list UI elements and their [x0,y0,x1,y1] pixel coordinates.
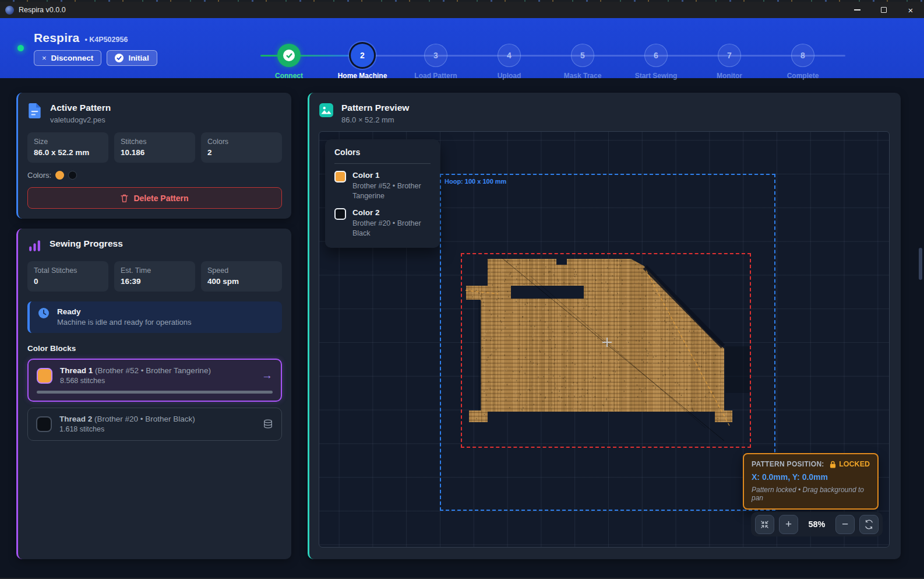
zoom-toolbar: + 58% − [751,512,883,536]
zoom-in-button[interactable]: + [779,515,798,534]
step-load-pattern[interactable]: 3 Load Pattern [399,44,472,80]
legend-swatch-1 [334,171,346,183]
app-header: Respira • K4P502956 × Disconnect Initial [0,18,924,78]
legend-divider [334,163,431,164]
step-home-machine[interactable]: 2 Home Machine [326,44,399,80]
workflow-stepper: Connect 2 Home Machine 3 Load Pattern 4 … [252,44,841,80]
hoop-size-label: Hoop: 100 x 100 mm [445,178,506,185]
active-pattern-title: Active Pattern [50,103,111,113]
compress-icon [760,520,770,529]
disconnect-x-icon: × [42,54,47,62]
thread-1-progress-bar [37,391,273,394]
pan-hint: Pattern locked • Drag background to pan [752,486,870,502]
legend-title: Colors [334,148,431,157]
maximize-icon [881,7,887,13]
colors-legend: Colors Color 1 Brother #52 • Brother Tan… [325,139,440,248]
app-name: Respira [34,31,79,45]
lock-icon [830,461,836,468]
close-button[interactable]: × [897,2,924,18]
status-title: Ready [57,307,192,316]
legend-item-color-2: Color 2 Brother #20 • Brother Black [334,208,431,238]
preview-canvas-area[interactable]: Colors Color 1 Brother #52 • Brother Tan… [319,131,890,548]
trash-icon [121,194,128,202]
window-scrollbar-thumb[interactable] [919,248,922,280]
pattern-preview-card: Pattern Preview 86.0 × 52.2 mm Colors Co… [308,93,901,559]
maximize-button[interactable] [870,2,897,18]
thread-1-swatch [37,368,52,384]
stat-total-stitches: Total Stitches 0 [27,261,108,292]
stat-speed: Speed 400 spm [201,261,282,292]
minimize-button[interactable] [844,2,870,18]
stat-stitches: Stitches 10.186 [114,132,195,163]
thread-1-block[interactable]: Thread 1 (Brother #52 • Brother Tangerin… [27,359,282,402]
check-icon [283,50,295,61]
machine-status-banner: Ready Machine is idle and ready for oper… [27,301,282,333]
minimize-icon [854,9,860,10]
legend-swatch-2 [334,208,346,220]
reset-view-button[interactable] [859,515,879,534]
legend-item-color-1: Color 1 Brother #52 • Brother Tangerine [334,171,431,201]
color-blocks-label: Color Blocks [27,344,282,353]
locked-badge: LOCKED [830,460,870,468]
bar-chart-icon [27,238,42,253]
delete-pattern-button[interactable]: Delete Pattern [27,187,282,209]
refresh-icon [864,520,874,529]
check-circle-icon [115,54,124,62]
stitch-pattern-render[interactable] [461,253,751,448]
sewing-progress-card: Sewing Progress Total Stitches 0 Est. Ti… [16,229,291,559]
machine-serial: • K4P502956 [84,36,128,44]
titlebar: Respira v0.0.0 × [0,2,924,18]
stat-colors: Colors 2 [201,132,282,163]
zoom-out-button[interactable]: − [835,515,855,534]
thread-2-swatch [36,416,52,432]
layers-icon [263,419,273,429]
step-mask-trace[interactable]: 5 Mask Trace [546,44,619,80]
window-title: Respira v0.0.0 [19,6,66,14]
step-connect-circle [277,44,301,67]
colors-label: Colors: [27,171,51,180]
step-complete[interactable]: 8 Complete [766,44,840,80]
app-icon [5,6,14,15]
step-start-sewing[interactable]: 6 Start Sewing [619,44,693,80]
fit-to-view-button[interactable] [755,515,774,534]
color-dot-black [68,171,77,180]
stat-size: Size 86.0 x 52.2 mm [27,132,108,163]
zoom-level: 58% [803,520,831,529]
active-thread-arrow-icon: → [262,369,273,382]
hoop-center-crosshair [602,337,612,348]
pattern-preview-title: Pattern Preview [341,103,409,113]
initial-button[interactable]: Initial [107,50,157,66]
status-description: Machine is idle and ready for operations [57,318,192,327]
pattern-position-label: PATTERN POSITION: [752,460,824,468]
pattern-filename: valetudogv2.pes [50,115,111,124]
pattern-coordinates: X: 0.0mm, Y: 0.0mm [752,472,870,482]
color-dot-orange [55,171,64,180]
step-upload[interactable]: 4 Upload [472,44,546,80]
pattern-position-overlay: PATTERN POSITION: LOCKED X: 0.0mm, Y: 0.… [743,453,879,510]
connection-status-dot [17,45,24,51]
disconnect-button[interactable]: × Disconnect [34,50,101,66]
sewing-progress-title: Sewing Progress [50,238,123,249]
image-icon [319,103,334,118]
active-pattern-card: Active Pattern valetudogv2.pes Size 86.0… [16,93,291,219]
thread-2-block[interactable]: Thread 2 (Brother #20 • Brother Black) 1… [27,408,282,441]
document-icon [27,103,43,119]
clock-icon [38,307,50,319]
pattern-dimensions: 86.0 × 52.2 mm [341,115,409,124]
stat-est-time: Est. Time 16:39 [114,261,195,292]
step-monitor[interactable]: 7 Monitor [693,44,766,80]
step-connect[interactable]: Connect [252,44,326,80]
